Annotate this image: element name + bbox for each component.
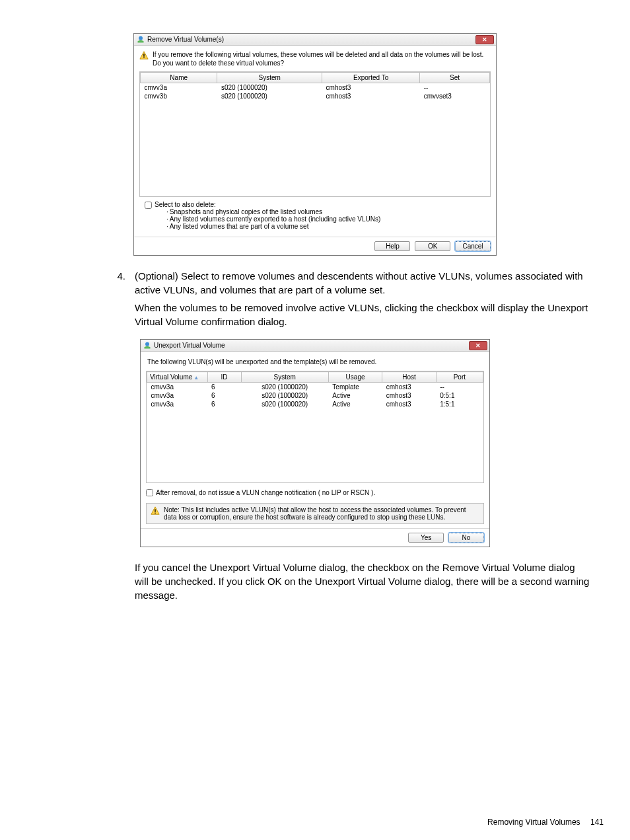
warning-icon [151,506,160,515]
col-system[interactable]: System [217,73,322,83]
table-wrap: Name System Exported To Set cmvv3a s020 … [139,71,491,197]
paragraph-after-dialog2: If you cancel the Unexport Virtual Volum… [135,560,617,602]
remove-virtual-volume-dialog: Remove Virtual Volume(s) ✕ If you remove… [133,33,497,256]
table-row[interactable]: cmvv3a 6 s020 (1000020) Active cmhost3 0… [147,391,483,400]
dialog-title: Remove Virtual Volume(s) [147,36,224,43]
help-button[interactable]: Help [374,241,410,251]
cell-host: cmhost3 [382,400,436,408]
col-exported[interactable]: Exported To [322,73,420,83]
table-row[interactable]: cmvv3a s020 (1000020) cmhost3 -- [141,83,490,93]
cell-exported: cmhost3 [322,83,420,93]
table-row[interactable]: cmvv3a 6 s020 (1000020) Template cmhost3… [147,383,483,392]
cell-system: s020 (1000020) [217,83,322,93]
cancel-button[interactable]: Cancel [455,241,491,251]
cell-system: s020 (1000020) [241,400,328,408]
cell-vv: cmvv3a [147,391,208,400]
button-bar: Help OK Cancel [134,237,496,255]
footer-page-number: 141 [590,818,604,827]
step-number: 4. [106,269,125,297]
ok-button[interactable]: OK [415,241,450,251]
after-removal-checkbox[interactable] [146,489,153,496]
footer-section: Removing Virtual Volumes [487,818,580,827]
app-icon [143,342,151,350]
unexport-virtual-volume-dialog: Unexport Virtual Volume ✕ The following … [140,339,490,547]
step-4: 4. (Optional) Select to remove volumes a… [106,269,617,297]
cell-system: s020 (1000020) [217,92,322,100]
app-icon [137,36,145,44]
after-removal-label: After removal, do not issue a VLUN chang… [156,489,375,496]
table-header-row: Virtual Volume▲ ID System Usage Host Por… [147,372,483,383]
also-delete-bullets: Snapshots and physical copies of the lis… [155,208,380,230]
bullet-item: Any listed volumes that are part of a vo… [166,223,380,230]
cell-usage: Template [328,383,382,392]
dialog-body: If you remove the following virtual volu… [134,46,496,237]
col-port[interactable]: Port [436,372,483,383]
bullet-item: Snapshots and physical copies of the lis… [166,208,380,215]
dialog-title: Unexport Virtual Volume [154,342,225,349]
cell-vv: cmvv3a [147,400,208,408]
cell-id: 6 [207,383,241,392]
col-usage[interactable]: Usage [328,372,382,383]
intro-text: The following VLUN(s) will be unexported… [146,357,484,371]
step-text: (Optional) Select to remove volumes and … [135,269,617,297]
dialog-titlebar[interactable]: Unexport Virtual Volume ✕ [141,340,489,352]
document-page: Remove Virtual Volume(s) ✕ If you remove… [0,0,630,840]
cell-port: 1:5:1 [436,400,483,408]
cell-vv: cmvv3a [147,383,208,392]
also-delete-checkbox[interactable] [145,202,152,209]
col-id[interactable]: ID [207,372,241,383]
cell-usage: Active [328,400,382,408]
dialog-body: The following VLUN(s) will be unexported… [141,352,489,486]
svg-rect-6 [155,509,155,512]
warning-line1: If you remove the following virtual volu… [153,51,483,58]
dialog-titlebar[interactable]: Remove Virtual Volume(s) ✕ [134,34,496,46]
table-header-row: Name System Exported To Set [141,73,490,83]
cell-system: s020 (1000020) [241,383,328,392]
step-4-para2: When the volumes to be removed involve a… [135,301,617,328]
cell-exported: cmhost3 [322,92,420,100]
col-name[interactable]: Name [141,73,217,83]
also-delete-row: Select to also delete: Snapshots and phy… [139,197,491,234]
svg-point-0 [139,36,143,40]
cell-usage: Active [328,391,382,400]
cell-id: 6 [207,391,241,400]
svg-rect-2 [143,54,144,56]
cell-id: 6 [207,400,241,408]
cell-set: cmvvset3 [420,92,490,100]
cell-set: -- [420,83,490,93]
page-footer: Removing Virtual Volumes 141 [487,818,604,827]
table-row[interactable]: cmvv3a 6 s020 (1000020) Active cmhost3 1… [147,400,483,408]
col-vv-label: Virtual Volume [150,373,192,381]
cell-host: cmhost3 [382,383,436,392]
table-wrap: Virtual Volume▲ ID System Usage Host Por… [146,371,484,483]
note-block: Note: This list includes active VLUN(s) … [146,503,484,524]
col-host[interactable]: Host [382,372,436,383]
table-row[interactable]: cmvv3b s020 (1000020) cmhost3 cmvvset3 [141,92,490,100]
cell-name: cmvv3b [141,92,217,100]
close-icon[interactable]: ✕ [475,35,494,44]
col-virtual-volume[interactable]: Virtual Volume▲ [147,372,208,383]
warning-row: If you remove the following virtual volu… [139,51,491,67]
after-removal-row: After removal, do not issue a VLUN chang… [141,486,489,499]
vluns-table: Virtual Volume▲ ID System Usage Host Por… [147,371,483,408]
also-delete-label: Select to also delete: [155,201,216,208]
cell-port: -- [436,383,483,392]
no-button[interactable]: No [448,533,484,543]
warning-text: If you remove the following virtual volu… [153,51,483,67]
volumes-table: Name System Exported To Set cmvv3a s020 … [140,72,490,100]
cell-system: s020 (1000020) [241,391,328,400]
col-system[interactable]: System [241,372,328,383]
svg-point-4 [145,342,149,346]
note-text: Note: This list includes active VLUN(s) … [164,506,479,521]
button-bar: Yes No [141,528,489,547]
cell-port: 0:5:1 [436,391,483,400]
col-set[interactable]: Set [420,73,490,83]
yes-button[interactable]: Yes [408,533,444,543]
close-icon[interactable]: ✕ [469,341,487,350]
svg-rect-7 [155,513,155,514]
cell-host: cmhost3 [382,391,436,400]
sort-asc-icon: ▲ [193,375,199,381]
warning-line2: Do you want to delete these virtual volu… [153,59,284,67]
bullet-item: Any listed volumes currently exported to… [166,215,380,223]
cell-name: cmvv3a [141,83,217,93]
